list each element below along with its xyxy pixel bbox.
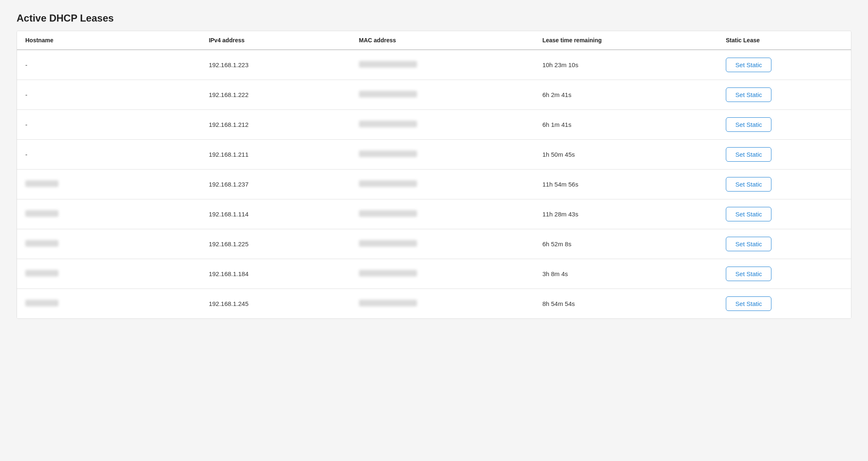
table-row: -192.168.1.22310h 23m 10sSet Static	[17, 50, 851, 80]
dhcp-leases-table: Hostname IPv4 address MAC address Lease …	[17, 31, 851, 318]
mac-blurred	[359, 210, 417, 217]
cell-hostname: -	[17, 80, 201, 110]
page-title: Active DHCP Leases	[17, 12, 851, 24]
cell-lease-time: 6h 1m 41s	[534, 110, 718, 140]
table-row: -192.168.1.2111h 50m 45sSet Static	[17, 140, 851, 170]
table-row: 192.168.1.23711h 54m 56sSet Static	[17, 170, 851, 199]
cell-static-lease: Set Static	[718, 170, 851, 199]
set-static-button[interactable]: Set Static	[726, 177, 771, 192]
mac-blurred	[359, 300, 417, 306]
table-row: 192.168.1.2256h 52m 8sSet Static	[17, 229, 851, 259]
mac-blurred	[359, 180, 417, 187]
cell-static-lease: Set Static	[718, 140, 851, 170]
cell-lease-time: 8h 54m 54s	[534, 289, 718, 319]
cell-lease-time: 3h 8m 4s	[534, 259, 718, 289]
cell-mac	[351, 110, 534, 140]
cell-lease-time: 11h 28m 43s	[534, 199, 718, 229]
cell-ipv4: 192.168.1.223	[201, 50, 351, 80]
cell-ipv4: 192.168.1.225	[201, 229, 351, 259]
hostname-blurred	[25, 210, 58, 217]
mac-blurred	[359, 270, 417, 277]
cell-static-lease: Set Static	[718, 80, 851, 110]
cell-mac	[351, 170, 534, 199]
cell-ipv4: 192.168.1.237	[201, 170, 351, 199]
set-static-button[interactable]: Set Static	[726, 267, 771, 281]
set-static-button[interactable]: Set Static	[726, 237, 771, 251]
col-header-lease: Lease time remaining	[534, 31, 718, 50]
col-header-hostname: Hostname	[17, 31, 201, 50]
cell-static-lease: Set Static	[718, 50, 851, 80]
cell-ipv4: 192.168.1.212	[201, 110, 351, 140]
hostname-blurred	[25, 180, 58, 187]
hostname-blurred	[25, 270, 58, 277]
cell-ipv4: 192.168.1.114	[201, 199, 351, 229]
cell-static-lease: Set Static	[718, 110, 851, 140]
cell-static-lease: Set Static	[718, 229, 851, 259]
set-static-button[interactable]: Set Static	[726, 87, 771, 102]
cell-hostname	[17, 199, 201, 229]
set-static-button[interactable]: Set Static	[726, 58, 771, 72]
cell-mac	[351, 140, 534, 170]
cell-lease-time: 6h 2m 41s	[534, 80, 718, 110]
table-row: 192.168.1.2458h 54m 54sSet Static	[17, 289, 851, 319]
cell-mac	[351, 50, 534, 80]
cell-lease-time: 10h 23m 10s	[534, 50, 718, 80]
cell-hostname	[17, 289, 201, 319]
hostname-blurred	[25, 240, 58, 247]
set-static-button[interactable]: Set Static	[726, 147, 771, 162]
set-static-button[interactable]: Set Static	[726, 296, 771, 311]
table-row: -192.168.1.2226h 2m 41sSet Static	[17, 80, 851, 110]
cell-ipv4: 192.168.1.245	[201, 289, 351, 319]
cell-mac	[351, 80, 534, 110]
dhcp-leases-table-container: Hostname IPv4 address MAC address Lease …	[17, 31, 851, 319]
cell-static-lease: Set Static	[718, 259, 851, 289]
cell-hostname	[17, 229, 201, 259]
cell-lease-time: 6h 52m 8s	[534, 229, 718, 259]
cell-ipv4: 192.168.1.184	[201, 259, 351, 289]
mac-blurred	[359, 121, 417, 127]
mac-blurred	[359, 240, 417, 247]
hostname-blurred	[25, 300, 58, 306]
cell-mac	[351, 199, 534, 229]
cell-static-lease: Set Static	[718, 199, 851, 229]
cell-hostname: -	[17, 140, 201, 170]
col-header-mac: MAC address	[351, 31, 534, 50]
cell-mac	[351, 289, 534, 319]
mac-blurred	[359, 150, 417, 157]
cell-ipv4: 192.168.1.211	[201, 140, 351, 170]
cell-static-lease: Set Static	[718, 289, 851, 319]
cell-hostname	[17, 259, 201, 289]
set-static-button[interactable]: Set Static	[726, 207, 771, 221]
cell-mac	[351, 259, 534, 289]
table-row: 192.168.1.1843h 8m 4sSet Static	[17, 259, 851, 289]
cell-hostname: -	[17, 110, 201, 140]
table-row: 192.168.1.11411h 28m 43sSet Static	[17, 199, 851, 229]
cell-ipv4: 192.168.1.222	[201, 80, 351, 110]
table-row: -192.168.1.2126h 1m 41sSet Static	[17, 110, 851, 140]
cell-mac	[351, 229, 534, 259]
table-header-row: Hostname IPv4 address MAC address Lease …	[17, 31, 851, 50]
cell-hostname	[17, 170, 201, 199]
col-header-static: Static Lease	[718, 31, 851, 50]
col-header-ipv4: IPv4 address	[201, 31, 351, 50]
cell-lease-time: 11h 54m 56s	[534, 170, 718, 199]
set-static-button[interactable]: Set Static	[726, 117, 771, 132]
mac-blurred	[359, 61, 417, 68]
mac-blurred	[359, 91, 417, 97]
cell-lease-time: 1h 50m 45s	[534, 140, 718, 170]
cell-hostname: -	[17, 50, 201, 80]
